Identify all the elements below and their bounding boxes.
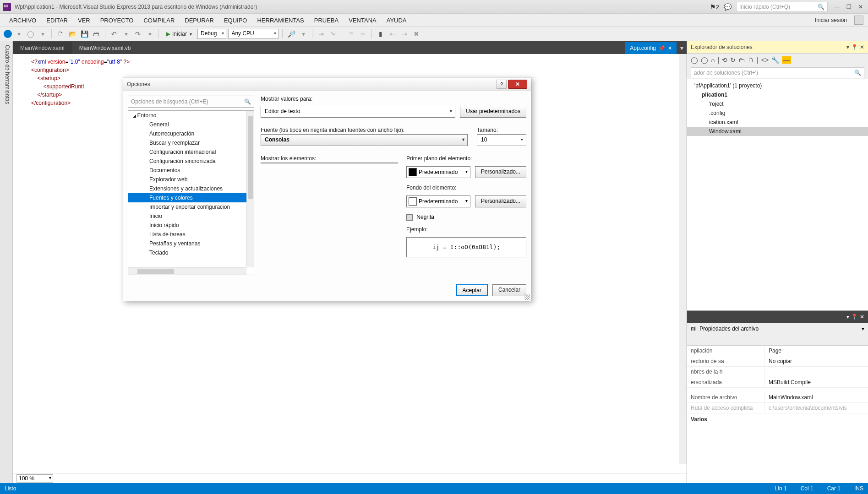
tab-mainwindow-xaml-vb[interactable]: MainWindow.xaml.vb — [72, 42, 138, 54]
menu-prueba[interactable]: PRUEBA — [310, 15, 343, 26]
tree-node-entorno[interactable]: Entorno — [128, 111, 246, 120]
resize-grip[interactable] — [524, 294, 530, 300]
se-showall-icon[interactable]: 🗋 — [748, 56, 754, 64]
se-code-icon[interactable]: <> — [761, 56, 769, 64]
se-props-icon[interactable]: 🔧 — [771, 56, 779, 64]
platform-combo[interactable]: Any CPU — [228, 29, 278, 39]
nav-fwd-dd[interactable]: ▾ — [38, 29, 48, 39]
panel-menu-icon[interactable]: ▾ — [846, 314, 849, 320]
bookmark-icon[interactable]: ▮ — [376, 29, 386, 39]
tab-mainwindow-xaml[interactable]: MainWindow.xaml — [13, 42, 72, 54]
notification-flag-icon[interactable]: ⚑2 — [710, 3, 719, 11]
step-over-icon[interactable]: ⇲ — [328, 29, 338, 39]
options-search-input[interactable]: Opciones de búsqueda (Ctrl+E) 🔍 — [128, 96, 254, 108]
quick-launch-input[interactable]: Inicio rápido (Ctrl+Q) 🔍 — [736, 2, 828, 12]
dialog-close-button[interactable]: ✕ — [508, 80, 527, 89]
tree-vscroll[interactable] — [246, 111, 254, 267]
pin-icon[interactable]: 📌 — [659, 45, 665, 51]
solution-search-input[interactable]: ador de soluciones (Ctrl+') 🔍 — [691, 67, 864, 78]
sign-in-link[interactable]: Iniciar sesión — [811, 15, 851, 25]
dialog-help-button[interactable]: ? — [497, 80, 507, 89]
tree-node[interactable]: Configuración internacional — [128, 147, 246, 157]
fg-color-combo[interactable]: Predeterminado — [406, 166, 470, 178]
tree-item[interactable]: .config — [687, 109, 868, 118]
redo-icon[interactable]: ↷ — [133, 29, 143, 39]
tree-item[interactable]: 'pfApplication1' (1 proyecto) — [687, 81, 868, 90]
tree-node[interactable]: Extensiones y actualizaciones — [128, 184, 246, 193]
tab-app-config[interactable]: App.config 📌 ✕ — [625, 42, 677, 54]
tree-hscroll[interactable] — [128, 267, 246, 275]
nav-back-button[interactable] — [4, 30, 12, 38]
fg-custom-button[interactable]: Personalizado... — [475, 166, 526, 178]
sign-in-icon[interactable] — [854, 16, 863, 25]
undo-icon[interactable]: ↶ — [109, 29, 119, 39]
menu-equipo[interactable]: EQUIPO — [219, 15, 252, 26]
dialog-title-bar[interactable]: Opciones ? ✕ — [123, 77, 531, 91]
menu-depurar[interactable]: DEPURAR — [180, 15, 218, 26]
nav-back-dd[interactable]: ▾ — [14, 29, 24, 39]
bg-custom-button[interactable]: Personalizado... — [475, 195, 526, 207]
zoom-combo[interactable]: 100 % — [16, 474, 53, 483]
tree-item[interactable]: Window.xaml — [687, 127, 868, 136]
bg-color-combo[interactable]: Predeterminado — [406, 195, 470, 207]
se-home-icon[interactable]: ⌂ — [711, 56, 715, 64]
bold-checkbox[interactable] — [406, 214, 413, 221]
tree-node[interactable]: Pestañas y ventanas — [128, 239, 246, 248]
se-collapse-icon[interactable]: 🗀 — [738, 56, 745, 64]
use-defaults-button[interactable]: Usar predeterminados — [460, 106, 526, 118]
nav-fwd-button[interactable]: ◯ — [26, 29, 36, 39]
chevron-down-icon[interactable]: ▾ — [862, 326, 864, 332]
tree-node[interactable]: General — [128, 120, 246, 129]
tab-close-icon[interactable]: ✕ — [668, 45, 672, 51]
display-items-listbox[interactable]: Texto sin formato Texto seleccionado Tex… — [261, 163, 398, 163]
panel-close-icon[interactable]: ✕ — [860, 314, 864, 320]
se-back-icon[interactable]: ◯ — [691, 56, 698, 64]
list-item[interactable]: Texto sin formato — [261, 163, 390, 163]
accept-button[interactable]: Aceptar — [456, 284, 488, 296]
cancel-button[interactable]: Cancelar — [492, 284, 526, 296]
start-debug-button[interactable]: Iniciar — [163, 30, 196, 38]
menu-ayuda[interactable]: AYUDA — [382, 15, 411, 26]
menu-archivo[interactable]: ARCHIVO — [5, 15, 41, 26]
se-refresh-icon[interactable]: ↻ — [730, 56, 736, 64]
tree-node[interactable]: Teclado — [128, 248, 246, 257]
menu-herramientas[interactable]: HERRAMIENTAS — [252, 15, 308, 26]
menu-ver[interactable]: VER — [73, 15, 95, 26]
tree-item[interactable]: ication.xaml — [687, 118, 868, 127]
listbox-hscroll[interactable] — [261, 163, 390, 163]
menu-editar[interactable]: EDITAR — [42, 15, 72, 26]
panel-menu-icon[interactable]: ▾ — [846, 44, 849, 50]
se-dash-icon[interactable]: — — [782, 56, 791, 64]
menu-proyecto[interactable]: PROYECTO — [96, 15, 138, 26]
tree-node[interactable]: Lista de tareas — [128, 230, 246, 239]
tree-node[interactable]: Buscar y reemplazar — [128, 138, 246, 147]
toolbox-panel-tab[interactable]: Cuadro de herramientas — [0, 41, 13, 483]
save-icon[interactable]: 💾 — [79, 29, 89, 39]
tree-node[interactable]: Inicio — [128, 212, 246, 221]
close-button[interactable]: ✕ — [856, 4, 865, 10]
config-combo[interactable]: Debug — [197, 29, 226, 39]
show-values-combo[interactable]: Editor de texto — [261, 106, 455, 118]
maximize-button[interactable]: ❐ — [844, 4, 853, 10]
menu-ventana[interactable]: VENTANA — [344, 15, 381, 26]
tree-item[interactable]: 'roject — [687, 99, 868, 109]
menu-compilar[interactable]: COMPILAR — [139, 15, 179, 26]
save-all-icon[interactable]: 🗃 — [91, 29, 101, 39]
panel-pin-icon[interactable]: 📍 — [851, 44, 858, 50]
editor-vscroll[interactable] — [679, 54, 687, 464]
solution-tree[interactable]: 'pfApplication1' (1 proyecto) plication1… — [687, 79, 868, 138]
panel-close-icon[interactable]: ✕ — [860, 44, 864, 50]
feedback-icon[interactable]: 💬 — [724, 3, 732, 11]
tree-node-fonts-colors[interactable]: Fuentes y colores — [128, 193, 246, 202]
minimize-button[interactable]: — — [832, 4, 841, 10]
se-fwd-icon[interactable]: ◯ — [701, 56, 708, 64]
options-tree[interactable]: Entorno General Autorrecuperación Buscar… — [128, 110, 254, 275]
tree-node[interactable]: Configuración sincronizada — [128, 157, 246, 166]
tree-node[interactable]: Documentos — [128, 166, 246, 175]
tree-item[interactable]: plication1 — [687, 90, 868, 99]
tabs-dropdown-icon[interactable]: ▾ — [677, 43, 687, 53]
properties-grid[interactable]: npilaciónPage rectorio de saNo copiar nb… — [687, 346, 868, 483]
tree-node[interactable]: Inicio rápido — [128, 221, 246, 230]
tree-node[interactable]: Explorador web — [128, 175, 246, 184]
tree-node[interactable]: Importar y exportar configuracion — [128, 202, 246, 212]
